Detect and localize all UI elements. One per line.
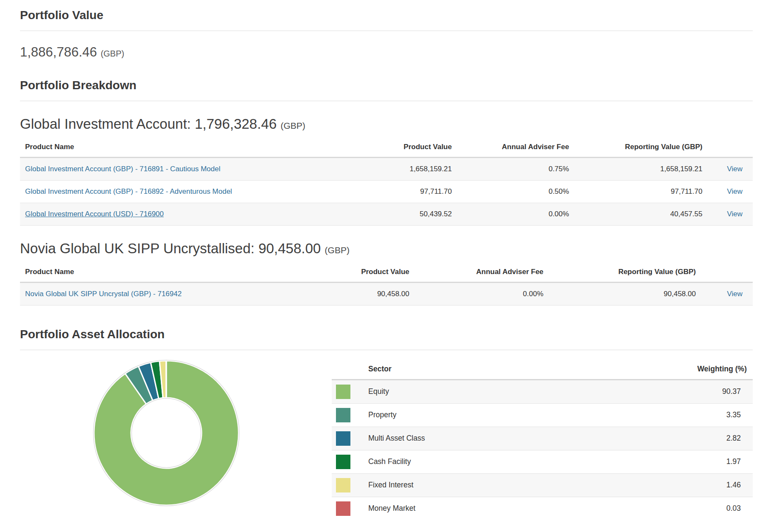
legend-weighting-value: 2.82 <box>642 427 753 450</box>
legend-sector-label: Multi Asset Class <box>360 427 642 450</box>
legend-swatch-cell <box>332 427 360 450</box>
product-value-cell: 97,711.70 <box>299 181 455 203</box>
table-row: Global Investment Account (GBP) - 716891… <box>20 158 753 181</box>
asset-allocation-legend-table: Sector Weighting (%) Equity90.37Property… <box>332 360 753 520</box>
divider <box>20 31 753 31</box>
section-heading-global-investment-account: Global Investment Account: 1,796,328.46 … <box>20 116 753 133</box>
column-header-reporting: Reporting Value (GBP) <box>547 262 699 283</box>
view-link[interactable]: View <box>727 210 743 218</box>
legend-sector-label: Fixed Interest <box>360 473 642 497</box>
legend-header-sector: Sector <box>360 360 642 380</box>
product-table-0: Product NameProduct ValueAnnual Adviser … <box>20 137 753 226</box>
legend-sector-label: Cash Facility <box>360 450 642 473</box>
legend-sector-label: Property <box>360 403 642 427</box>
product-link[interactable]: Novia Global UK SIPP Uncrystal (GBP) - 7… <box>25 290 182 298</box>
product-actions-cell: View <box>706 181 753 203</box>
product-actions-cell: View <box>706 203 753 226</box>
legend-weighting-value: 3.35 <box>642 403 753 427</box>
product-reporting-cell: 97,711.70 <box>572 181 706 203</box>
money-market-swatch <box>336 501 350 516</box>
column-header-fee: Annual Adviser Fee <box>413 262 547 283</box>
column-header-actions <box>699 262 753 283</box>
property-swatch <box>336 408 350 422</box>
column-header-value: Product Value <box>262 262 413 283</box>
legend-header-row: Sector Weighting (%) <box>332 360 753 380</box>
page-title-portfolio-breakdown: Portfolio Breakdown <box>20 78 753 93</box>
table-row: Global Investment Account (GBP) - 716892… <box>20 181 753 203</box>
page-title-portfolio-value: Portfolio Value <box>20 8 753 23</box>
column-header-name: Product Name <box>20 262 262 283</box>
portfolio-total-amount: 1,886,786.46 <box>20 45 97 59</box>
product-name-cell: Global Investment Account (GBP) - 716892… <box>20 181 299 203</box>
section-heading-amount: 1,796,328.46 <box>195 116 277 132</box>
section-heading-amount: 90,458.00 <box>259 241 321 256</box>
page-title-asset-allocation: Portfolio Asset Allocation <box>20 327 753 342</box>
product-value-cell: 1,658,159.21 <box>299 158 455 181</box>
column-header-reporting: Reporting Value (GBP) <box>572 137 706 158</box>
section-heading-currency: (GBP) <box>281 121 305 130</box>
column-header-name: Product Name <box>20 137 299 158</box>
portfolio-page: Portfolio Value 1,886,786.46 (GBP) Portf… <box>0 0 771 532</box>
product-fee-cell: 0.00% <box>413 282 547 305</box>
legend-row-cash-facility: Cash Facility1.97 <box>332 450 753 473</box>
legend-sector-label: Equity <box>360 379 642 403</box>
legend-weighting-value: 1.97 <box>642 450 753 473</box>
fixed-interest-swatch <box>336 478 350 492</box>
product-name-cell: Global Investment Account (GBP) - 716891… <box>20 158 299 181</box>
legend-row-fixed-interest: Fixed Interest1.46 <box>332 473 753 497</box>
legend-weighting-value: 90.37 <box>642 379 753 403</box>
divider <box>20 101 753 101</box>
portfolio-total-value: 1,886,786.46 (GBP) <box>20 45 753 60</box>
product-fee-cell: 0.50% <box>455 181 572 203</box>
legend-swatch-cell <box>332 450 360 473</box>
product-link[interactable]: Global Investment Account (GBP) - 716892… <box>25 187 232 195</box>
legend-swatch-cell <box>332 379 360 403</box>
legend-swatch-cell <box>332 497 360 520</box>
asset-allocation-donut-chart <box>91 358 242 508</box>
product-table-1: Product NameProduct ValueAnnual Adviser … <box>20 262 753 306</box>
product-reporting-cell: 40,457.55 <box>572 203 706 226</box>
multi-asset-class-swatch <box>336 431 350 446</box>
product-link[interactable]: Global Investment Account (USD) - 716900 <box>25 210 164 218</box>
cash-facility-swatch <box>336 455 350 469</box>
product-link[interactable]: Global Investment Account (GBP) - 716891… <box>25 165 220 173</box>
product-table-header-row: Product NameProduct ValueAnnual Adviser … <box>20 137 753 158</box>
legend-weighting-value: 0.03 <box>642 497 753 520</box>
column-header-fee: Annual Adviser Fee <box>455 137 572 158</box>
product-reporting-cell: 90,458.00 <box>547 282 699 305</box>
legend-header-swatch-spacer <box>332 360 360 380</box>
equity-swatch <box>336 385 350 399</box>
product-name-cell: Global Investment Account (USD) - 716900 <box>20 203 299 226</box>
product-fee-cell: 0.75% <box>455 158 572 181</box>
donut-inner-ring <box>132 398 201 467</box>
legend-row-money-market: Money Market0.03 <box>332 497 753 520</box>
table-row: Novia Global UK SIPP Uncrystal (GBP) - 7… <box>20 282 753 305</box>
product-table-header-row: Product NameProduct ValueAnnual Adviser … <box>20 262 753 283</box>
view-link[interactable]: View <box>727 187 743 195</box>
legend-row-equity: Equity90.37 <box>332 379 753 403</box>
section-heading-text: Global Investment Account: <box>20 116 191 132</box>
legend-weighting-value: 1.46 <box>642 473 753 497</box>
view-link[interactable]: View <box>727 290 743 298</box>
legend-sector-label: Money Market <box>360 497 642 520</box>
asset-allocation-panel: Sector Weighting (%) Equity90.37Property… <box>20 350 753 520</box>
portfolio-total-currency: (GBP) <box>101 49 125 58</box>
product-value-cell: 90,458.00 <box>262 282 413 305</box>
product-sections: Global Investment Account: 1,796,328.46 … <box>20 116 753 306</box>
column-header-value: Product Value <box>299 137 455 158</box>
legend-swatch-cell <box>332 473 360 497</box>
product-value-cell: 50,439.52 <box>299 203 455 226</box>
product-reporting-cell: 1,658,159.21 <box>572 158 706 181</box>
product-actions-cell: View <box>706 158 753 181</box>
section-heading-novia-global-uk-sipp-uncrystallised: Novia Global UK SIPP Uncrystallised: 90,… <box>20 240 753 257</box>
product-name-cell: Novia Global UK SIPP Uncrystal (GBP) - 7… <box>20 282 262 305</box>
product-actions-cell: View <box>699 282 753 305</box>
section-heading-text: Novia Global UK SIPP Uncrystallised: <box>20 241 254 256</box>
column-header-actions <box>706 137 753 158</box>
table-row: Global Investment Account (USD) - 716900… <box>20 203 753 226</box>
legend-row-property: Property3.35 <box>332 403 753 427</box>
section-heading-currency: (GBP) <box>325 245 350 255</box>
legend-row-multi-asset-class: Multi Asset Class2.82 <box>332 427 753 450</box>
view-link[interactable]: View <box>727 165 743 173</box>
product-fee-cell: 0.00% <box>455 203 572 226</box>
